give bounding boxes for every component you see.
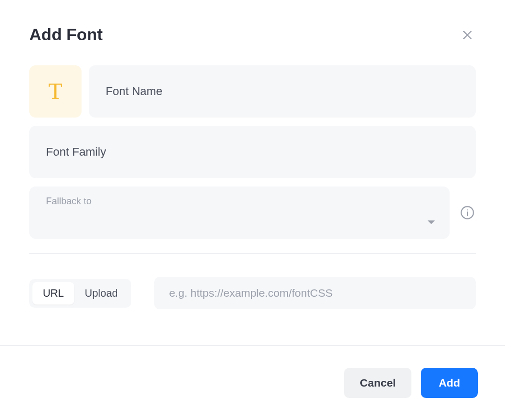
modal-title: Add Font [29, 25, 102, 44]
font-url-input[interactable] [154, 277, 476, 309]
modal-header: Add Font [29, 25, 476, 44]
modal-body: Add Font T Fallback to [0, 0, 505, 345]
font-type-icon: T [49, 80, 63, 103]
font-icon-box: T [29, 65, 82, 118]
add-font-modal: Add Font T Fallback to [0, 0, 505, 420]
divider [29, 253, 476, 254]
tab-url[interactable]: URL [32, 282, 74, 305]
font-family-input[interactable] [29, 126, 476, 178]
fallback-select[interactable]: Fallback to [29, 186, 450, 239]
cancel-button[interactable]: Cancel [344, 368, 411, 398]
font-source-row: URL Upload [29, 277, 476, 309]
font-name-row: T [29, 65, 476, 118]
source-tabs: URL Upload [29, 279, 131, 308]
add-button[interactable]: Add [421, 368, 478, 398]
close-icon [461, 29, 474, 41]
chevron-down-icon [428, 220, 435, 224]
info-icon [460, 205, 475, 220]
fallback-label: Fallback to [46, 196, 91, 207]
modal-footer: Cancel Add [0, 345, 505, 420]
font-name-input[interactable] [89, 65, 476, 118]
fallback-info-button[interactable] [459, 204, 476, 221]
fallback-row: Fallback to [29, 186, 476, 239]
svg-point-3 [467, 209, 468, 211]
close-button[interactable] [459, 27, 476, 43]
tab-upload[interactable]: Upload [74, 282, 128, 305]
